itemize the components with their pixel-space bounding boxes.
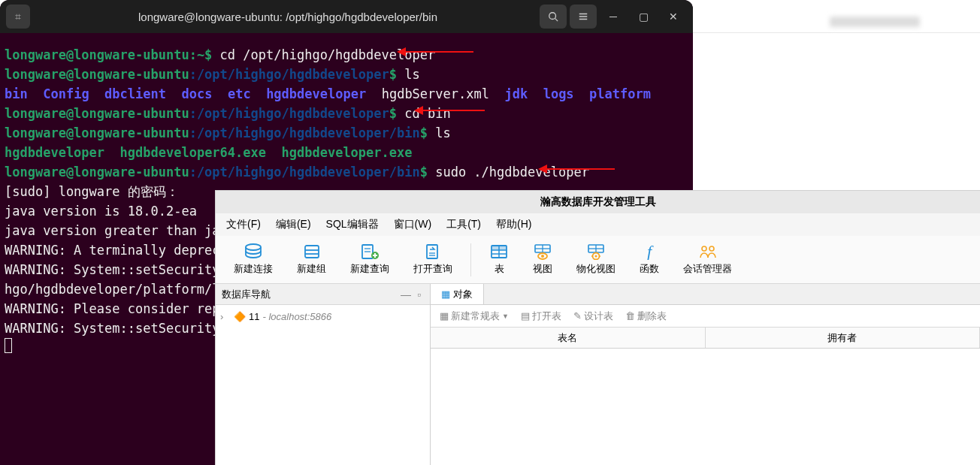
svg-point-27 [541, 255, 544, 258]
db-icon: 🔶 [234, 311, 246, 322]
tool-label: 打开查询 [413, 262, 452, 276]
nav-title: 数据库导航 [222, 288, 398, 301]
function-button[interactable]: f 函数 [628, 239, 671, 281]
gui-title: 瀚高数据库开发管理工具 [216, 191, 980, 213]
tree-item-connection[interactable]: › 🔶 11 - localhost:5866 [219, 309, 427, 324]
tool-label: 视图 [533, 262, 552, 276]
design-table-button[interactable]: ✎ 设计表 [569, 308, 618, 325]
open-query-icon [423, 243, 443, 260]
menu-sql[interactable]: SQL编辑器 [319, 215, 386, 234]
new-query-button[interactable]: 新建查询 [338, 239, 401, 281]
prompt-user: longware@longware-ubuntu [5, 47, 189, 62]
new-connection-button[interactable]: 新建连接 [222, 239, 285, 281]
background-window-strip [693, 0, 980, 33]
menu-tools[interactable]: 工具(T) [439, 215, 488, 234]
new-query-icon [360, 243, 380, 260]
tool-label: 函数 [640, 262, 659, 276]
database-icon [243, 243, 263, 260]
minimize-button[interactable]: ─ [600, 5, 627, 29]
table-header: 表名 拥有者 [431, 328, 980, 349]
menubar: 文件(F) 编辑(E) SQL编辑器 窗口(W) 工具(T) 帮助(H) [216, 213, 980, 236]
tool-label: 表 [495, 262, 504, 276]
delete-table-button[interactable]: 🗑 删除表 [621, 308, 671, 325]
new-group-button[interactable]: 新建组 [285, 239, 338, 281]
tab-objects[interactable]: ▦ 对象 [431, 284, 484, 304]
tab-label: 对象 [453, 288, 473, 301]
tree-host: - localhost:5866 [262, 311, 331, 322]
menu-window[interactable]: 窗口(W) [386, 215, 440, 234]
table-add-icon: ▦ [440, 310, 449, 322]
table-icon [489, 243, 509, 260]
materialized-view-button[interactable]: 物化视图 [564, 239, 628, 281]
svg-line-1 [555, 19, 558, 22]
hamburger-menu-icon[interactable] [570, 5, 597, 29]
nav-header: 数据库导航 — ▫ [216, 284, 430, 305]
svg-point-37 [709, 246, 714, 251]
function-icon: f [640, 243, 659, 260]
column-owner[interactable]: 拥有者 [706, 328, 981, 348]
menu-edit[interactable]: 编辑(E) [268, 215, 319, 234]
view-button[interactable]: 视图 [521, 239, 564, 281]
gui-window: 瀚高数据库开发管理工具 文件(F) 编辑(E) SQL编辑器 窗口(W) 工具(… [215, 190, 980, 465]
svg-point-32 [595, 255, 597, 258]
svg-point-0 [549, 13, 556, 20]
minimize-panel-icon[interactable]: — [398, 288, 414, 300]
terminal-app-icon: ⌗ [6, 5, 30, 29]
annotation-arrow [400, 51, 473, 53]
gui-body: 数据库导航 — ▫ › 🔶 11 - localhost:5866 ▦ 对象 [216, 284, 980, 465]
toolbar-separator [470, 243, 471, 276]
annotation-arrow [417, 110, 485, 111]
panel-menu-icon[interactable]: ▫ [414, 288, 424, 300]
terminal-cursor [5, 338, 12, 353]
object-tab-icon: ▦ [441, 288, 450, 300]
table-area: 表名 拥有者 [431, 328, 980, 465]
svg-rect-15 [427, 245, 437, 258]
terminal-title: longware@longware-ubuntu: /opt/highgo/hg… [39, 11, 537, 23]
session-icon [698, 243, 718, 260]
terminal-titlebar: ⌗ longware@longware-ubuntu: /opt/highgo/… [0, 0, 693, 33]
main-panel: ▦ 对象 ▦ 新建常规表 ▼ ▤ 打开表 ✎ 设计表 [431, 284, 980, 465]
svg-point-5 [246, 244, 261, 250]
menu-file[interactable]: 文件(F) [219, 215, 268, 234]
tree-label: 11 [249, 311, 259, 322]
session-manager-button[interactable]: 会话管理器 [671, 239, 744, 281]
open-query-button[interactable]: 打开查询 [401, 239, 464, 281]
mat-view-icon [586, 243, 606, 260]
svg-rect-22 [492, 246, 507, 250]
tool-label: 会话管理器 [683, 262, 732, 276]
tool-label: 物化视图 [576, 262, 616, 276]
svg-point-36 [702, 246, 706, 251]
open-icon: ▤ [521, 310, 530, 322]
maximize-button[interactable]: ▢ [630, 5, 657, 29]
dropdown-icon: ▼ [502, 313, 509, 320]
column-table-name[interactable]: 表名 [431, 328, 706, 348]
tool-label: 新建连接 [234, 262, 273, 276]
blurred-text [830, 17, 920, 27]
nav-panel: 数据库导航 — ▫ › 🔶 11 - localhost:5866 [216, 284, 431, 465]
new-table-button[interactable]: ▦ 新建常规表 ▼ [435, 308, 513, 325]
table-button[interactable]: 表 [477, 239, 521, 281]
nav-tree: › 🔶 11 - localhost:5866 [216, 305, 430, 328]
tool-label: 新建查询 [350, 262, 389, 276]
menu-help[interactable]: 帮助(H) [488, 215, 539, 234]
svg-rect-6 [305, 246, 319, 258]
annotation-arrow [541, 168, 615, 170]
tool-label: 新建组 [297, 262, 326, 276]
svg-text:f: f [647, 243, 654, 260]
toolbar: 新建连接 新建组 新建查询 打开查询 表 视图 物化视图 f 函数 [216, 236, 980, 284]
trash-icon: 🗑 [625, 310, 635, 322]
sub-toolbar: ▦ 新建常规表 ▼ ▤ 打开表 ✎ 设计表 🗑 删除表 [431, 305, 980, 328]
view-icon [533, 243, 552, 260]
close-button[interactable]: ✕ [660, 5, 687, 29]
pencil-icon: ✎ [573, 310, 582, 322]
open-table-button[interactable]: ▤ 打开表 [516, 308, 566, 325]
ls-bin-output: hgdbdeveloper hgdbdeveloper64.exe hgdbde… [5, 143, 688, 162]
group-icon [302, 243, 322, 260]
chevron-right-icon: › [220, 311, 231, 322]
ls-output: bin Config dbclient docs etc hgdbdevelop… [5, 84, 688, 104]
tab-row: ▦ 对象 [431, 284, 980, 305]
search-icon[interactable] [540, 5, 567, 29]
